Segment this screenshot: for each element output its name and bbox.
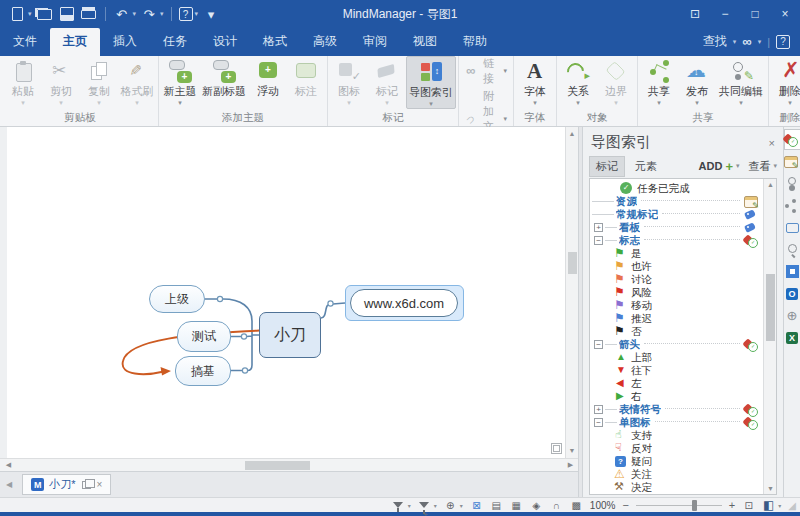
导图索引-button[interactable]: 导图索引▾ xyxy=(406,56,456,109)
共同编辑-button[interactable]: 共同编辑▾ xyxy=(716,56,766,107)
sidebar-organizer-tab[interactable] xyxy=(784,195,800,216)
sidebar-task-info-tab[interactable] xyxy=(784,151,800,172)
ribbon-tab-10[interactable]: 帮助 xyxy=(450,28,500,56)
tab-markers[interactable]: 标记 xyxy=(589,156,625,177)
customize-toolbar-icon[interactable]: ▾ xyxy=(202,5,220,23)
new-document-icon[interactable] xyxy=(8,5,26,23)
horizontal-scrollbar[interactable]: ◀ ▶ xyxy=(0,458,578,471)
undo-icon[interactable]: ↶ xyxy=(113,5,131,23)
tab-scroll-left-icon[interactable]: ◀ xyxy=(0,480,18,489)
dropdown-icon[interactable]: ▾ xyxy=(657,99,661,107)
sidebar-map-index-tab[interactable] xyxy=(784,129,800,150)
quick-add-icon[interactable]: ⊕ xyxy=(444,499,457,512)
ribbon-tab-3[interactable]: 插入 xyxy=(100,28,150,56)
map-canvas[interactable]: ▲ ▼ 上级测试搞基小刀www.x6d.com xyxy=(0,127,578,458)
ribbon-tab-4[interactable]: 任务 xyxy=(150,28,200,56)
topic-gaoji[interactable]: 搞基 xyxy=(175,356,231,386)
tree-item[interactable]: 决定 xyxy=(590,481,761,494)
schedule-view-icon[interactable]: ▦ xyxy=(510,499,523,512)
ribbon-tab-7[interactable]: 高级 xyxy=(300,28,350,56)
attachment-view-icon[interactable]: ∩ xyxy=(550,499,563,512)
sidebar-web-tab[interactable] xyxy=(784,305,800,326)
close-button[interactable]: × xyxy=(770,0,800,28)
filter-dropdown-icon[interactable]: ▾ xyxy=(408,502,411,509)
zoom-slider[interactable] xyxy=(636,505,722,506)
help-icon[interactable]: ? xyxy=(776,35,790,49)
help-icon[interactable]: ? xyxy=(179,7,193,21)
topic-test[interactable]: 测试 xyxy=(177,321,231,352)
tree-item[interactable]: 右 xyxy=(590,390,761,403)
marker-group-icon[interactable] xyxy=(744,403,757,416)
expand-plus-icon[interactable]: + xyxy=(594,405,603,414)
tree-scroll-up-icon[interactable]: ▲ xyxy=(764,181,777,188)
关系-button[interactable]: 关系▾ xyxy=(559,56,597,107)
new-document-dropdown-icon[interactable]: ▾ xyxy=(28,10,32,18)
sidebar-comments-tab[interactable] xyxy=(784,217,800,238)
dropdown-icon[interactable]: ▾ xyxy=(576,99,580,107)
zoom-in-button[interactable]: + xyxy=(729,499,735,511)
tree-item[interactable]: 反对 xyxy=(590,442,761,455)
advanced-filter-dropdown-icon[interactable]: ▾ xyxy=(434,502,437,509)
expand-minus-icon[interactable]: − xyxy=(594,340,603,349)
calendar-icon[interactable] xyxy=(744,195,757,208)
float-window-icon[interactable] xyxy=(82,481,91,489)
binoculars-icon[interactable]: ∞ xyxy=(742,34,751,49)
tree-category[interactable]: +看板 xyxy=(590,221,761,234)
marker-group-icon[interactable] xyxy=(744,234,757,247)
slide-view-icon[interactable]: ▩ xyxy=(570,499,583,512)
字体-button[interactable]: 字体▾ xyxy=(516,56,554,107)
minimize-button[interactable]: − xyxy=(710,0,740,28)
expand-plus-icon[interactable]: + xyxy=(594,223,603,232)
sidebar-search-tab[interactable] xyxy=(784,239,800,260)
topic-parent[interactable]: 上级 xyxy=(149,285,205,313)
tree-scrollbar-thumb[interactable] xyxy=(766,274,775,341)
topic-central[interactable]: 小刀 xyxy=(259,312,321,358)
ribbon-tab-2[interactable]: 主页 xyxy=(50,28,100,56)
tag-view-icon[interactable]: ◈ xyxy=(530,499,543,512)
共享-button[interactable]: 共享▾ xyxy=(640,56,678,107)
maximize-button[interactable]: □ xyxy=(740,0,770,28)
redo-dropdown-icon[interactable]: ▾ xyxy=(160,10,164,18)
dropdown-icon[interactable]: ▾ xyxy=(178,99,182,107)
dropdown-icon[interactable]: ▾ xyxy=(429,100,433,108)
tree-item[interactable] xyxy=(590,494,761,495)
fit-map-button[interactable]: ⊡ xyxy=(742,499,755,512)
ribbon-tab-5[interactable]: 设计 xyxy=(200,28,250,56)
resize-grip[interactable]: ◢ xyxy=(788,500,796,511)
ribbon-display-options-button[interactable]: ⊡ xyxy=(680,0,710,28)
scroll-left-icon[interactable]: ◀ xyxy=(2,461,15,469)
tab-close-icon[interactable]: × xyxy=(96,479,102,490)
zoom-out-button[interactable]: − xyxy=(622,499,628,511)
ribbon-tab-1[interactable]: 文件 xyxy=(0,28,50,56)
panel-toggle-button[interactable]: ◧ xyxy=(762,499,775,512)
advanced-filter-icon[interactable] xyxy=(418,499,431,512)
tree-category[interactable]: +表情符号 xyxy=(590,403,761,416)
dropdown-icon[interactable]: ▾ xyxy=(533,99,537,107)
outline-view-icon[interactable]: ▤ xyxy=(490,499,503,512)
sidebar-resources-tab[interactable] xyxy=(784,173,800,194)
horizontal-scrollbar-thumb[interactable] xyxy=(245,461,310,470)
filter-icon[interactable] xyxy=(392,499,405,512)
undo-dropdown-icon[interactable]: ▾ xyxy=(133,10,137,18)
document-tab[interactable]: M 小刀* × xyxy=(22,474,111,495)
ribbon-tab-6[interactable]: 格式 xyxy=(250,28,300,56)
help-dropdown-icon[interactable]: ▾ xyxy=(195,10,199,18)
add-plus-icon[interactable]: + xyxy=(725,159,733,174)
view-button[interactable]: 查看 xyxy=(748,159,770,174)
print-icon[interactable] xyxy=(80,5,98,23)
scroll-up-icon[interactable]: ▲ xyxy=(566,127,579,140)
fit-map-corner-button[interactable] xyxy=(551,443,562,454)
tree-item[interactable]: 否 xyxy=(590,325,761,338)
save-icon[interactable] xyxy=(58,5,76,23)
浮动-button[interactable]: 浮动 xyxy=(249,56,287,107)
tree-item[interactable]: 上部 xyxy=(590,351,761,364)
expand-minus-icon[interactable]: − xyxy=(594,236,603,245)
tree-category[interactable]: 资源 xyxy=(590,195,761,208)
tree-item[interactable]: 任务已完成 xyxy=(590,182,761,195)
binoculars-dropdown-icon[interactable]: ▾ xyxy=(758,38,762,46)
sidebar-snapshot-tab[interactable] xyxy=(784,261,800,282)
ribbon-tab-9[interactable]: 视图 xyxy=(400,28,450,56)
tree-scrollbar[interactable]: ▲ ▼ xyxy=(763,179,776,494)
新主题-button[interactable]: 新主题▾ xyxy=(161,56,199,107)
dropdown-icon[interactable]: ▾ xyxy=(788,99,792,107)
